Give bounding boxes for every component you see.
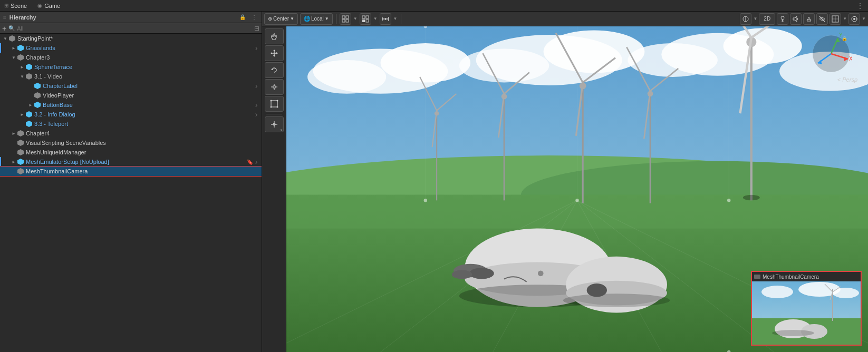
cube-icon [25, 73, 33, 80]
tree-item-32-info[interactable]: 3.2 - Info Dialog [0, 110, 262, 119]
svg-point-53 [459, 49, 549, 83]
scale-tool[interactable] [265, 79, 284, 95]
scene-viewport: Y X 🔒 < Persp [286, 26, 868, 352]
transform-dropdown[interactable]: ▼ [280, 129, 283, 132]
tree-item-chapterlabel[interactable]: ChapterLabel [0, 81, 262, 91]
search-icon: 🔍 [8, 25, 15, 31]
snap-angle-btn[interactable] [360, 13, 371, 25]
tree-item-31-video[interactable]: 3.1 - Video [0, 72, 262, 81]
tree-arrow[interactable] [19, 62, 25, 72]
expand-btn[interactable] [253, 157, 259, 167]
render-mode-btn[interactable] [740, 13, 751, 25]
cube-icon [17, 54, 24, 61]
local-dropdown[interactable]: 🌐 Local ▼ [300, 13, 333, 25]
tree-arrow[interactable] [11, 43, 17, 53]
tree-arrow[interactable] [11, 157, 17, 167]
expand-btn[interactable] [253, 43, 259, 53]
search-input[interactable] [17, 25, 252, 32]
svg-rect-34 [273, 86, 275, 88]
move-tool[interactable] [265, 45, 284, 61]
snap-arrow[interactable]: ▼ [353, 16, 358, 21]
search-expand-icon[interactable]: ⊟ [254, 25, 259, 32]
tree-item-chapter4[interactable]: Chapter4 [0, 129, 262, 138]
rotate-tool[interactable] [265, 62, 284, 78]
rect-tool[interactable] [265, 96, 284, 112]
tree-item-meshemulator[interactable]: MeshEmulatorSetup [NoUpload] 🔖 [0, 157, 262, 167]
tree-item-visualscripting[interactable]: VisualScripting SceneVariables [0, 138, 262, 148]
lock-icon[interactable]: 🔒 [238, 13, 247, 22]
snap-grid-btn[interactable] [340, 13, 351, 25]
cube-icon [25, 111, 33, 118]
svg-point-72 [575, 199, 578, 202]
scene-tab-label[interactable]: Scene [11, 3, 27, 9]
hide-btn[interactable] [816, 13, 828, 25]
tree-item-videoplayer[interactable]: VideoPlayer [0, 91, 262, 100]
cube-icon [17, 168, 24, 175]
tree-arrow[interactable] [11, 129, 17, 138]
svg-rect-1 [346, 16, 349, 18]
svg-text:X: X [849, 56, 852, 62]
cube-icon [17, 139, 24, 146]
add-icon[interactable]: + [2, 24, 6, 33]
gizmo-arrow[interactable]: ▼ [862, 16, 866, 21]
audio-btn[interactable] [790, 13, 802, 25]
scene-gizmo[interactable]: Y X 🔒 [810, 33, 852, 75]
svg-point-134 [772, 330, 814, 336]
center-dropdown[interactable]: ⊕ Center ▼ [264, 13, 298, 25]
viewport-mode-btn[interactable] [830, 13, 841, 25]
tree-arrow[interactable] [2, 34, 8, 43]
tree-arrow[interactable] [11, 53, 17, 62]
svg-point-40 [270, 100, 272, 102]
snap-scale-arrow[interactable]: ▼ [393, 16, 398, 21]
hierarchy-panel: ≡ Hierarchy 🔒 ⋮ + 🔍 ⊟ StartingPoint* [0, 12, 262, 352]
local-icon: 🌐 [304, 16, 310, 22]
hand-tool[interactable] [265, 28, 284, 44]
tree-item-33-teleport[interactable]: 3.3 - Teleport [0, 119, 262, 129]
tree-item-meshthumbnail[interactable]: MeshThumbnailCamera [0, 167, 262, 176]
svg-rect-5 [366, 16, 369, 18]
svg-point-50 [307, 60, 386, 94]
tree-label: VisualScripting SceneVariables [26, 140, 259, 146]
expand-btn[interactable] [253, 100, 259, 110]
scene-tab-group: ⊞ Scene [0, 0, 31, 11]
tree-item-meshuniqueid[interactable]: MeshUniqueIdManager [0, 148, 262, 157]
tree-arrow[interactable] [27, 100, 34, 110]
svg-rect-39 [271, 101, 277, 107]
transform-tool[interactable]: ▼ [265, 116, 284, 132]
snap-angle-arrow[interactable]: ▼ [373, 16, 378, 21]
viewport-mode-arrow[interactable]: ▼ [843, 16, 847, 21]
tree-arrow[interactable] [19, 72, 25, 81]
effects-btn[interactable] [803, 13, 815, 25]
expand-btn[interactable] [253, 110, 259, 119]
more-icon[interactable]: ⋮ [250, 13, 258, 22]
hierarchy-title: Hierarchy [9, 14, 235, 21]
hierarchy-tree: StartingPoint* Grasslands Chapter3 Sph [0, 34, 262, 352]
tree-item-buttonbase[interactable]: ButtonBase [0, 100, 262, 110]
grid-icon: ⊞ [4, 3, 8, 8]
tree-item-startingpoint[interactable]: StartingPoint* [0, 34, 262, 43]
tree-label: Chapter4 [26, 130, 259, 136]
tree-label: 3.1 - Video [34, 73, 259, 80]
snap-scale-btn[interactable] [380, 13, 391, 25]
2d-btn[interactable]: 2D [759, 13, 775, 25]
render-mode-arrow[interactable]: ▼ [753, 16, 757, 21]
game-tab-label[interactable]: Game [44, 3, 60, 9]
game-tab-group[interactable]: ◉ Game [33, 0, 64, 11]
tree-item-sphereterrace[interactable]: SphereTerrace [0, 62, 262, 72]
svg-point-112 [743, 195, 760, 201]
tab-options-icon[interactable]: ⋮ [856, 2, 868, 10]
hamburger-icon[interactable]: ≡ [3, 14, 6, 20]
tree-label: MeshUniqueIdManager [26, 149, 259, 155]
tree-label: SphereTerrace [34, 64, 259, 70]
2d-label: 2D [764, 16, 770, 22]
tree-item-grasslands[interactable]: Grasslands [0, 43, 262, 53]
tree-item-chapter3[interactable]: Chapter3 [0, 53, 262, 62]
gizmo-btn[interactable] [848, 13, 860, 25]
expand-btn[interactable] [253, 81, 259, 91]
tree-arrow[interactable] [19, 110, 25, 119]
scene-with-tools: ▼ [262, 26, 868, 352]
tool-divider [266, 114, 282, 114]
svg-rect-0 [342, 16, 345, 18]
game-icon: ◉ [37, 3, 42, 8]
light-btn[interactable] [777, 13, 788, 25]
